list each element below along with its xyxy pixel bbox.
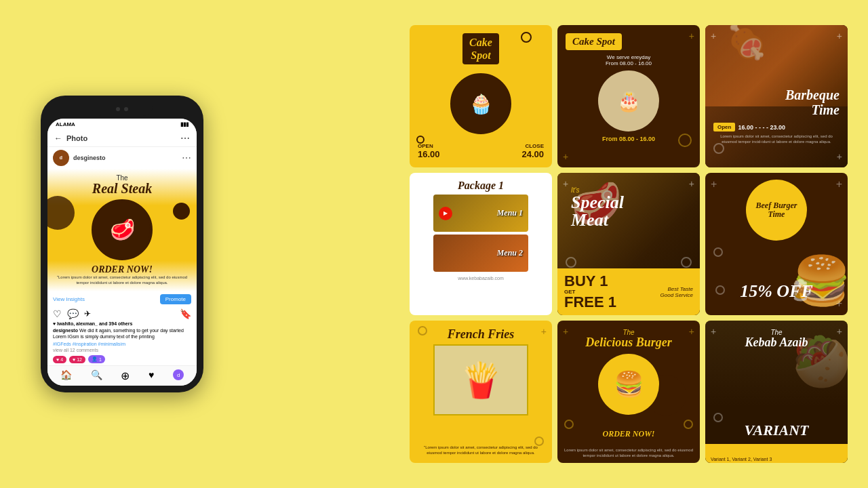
status-time: ALAMA <box>56 121 75 127</box>
likes-count: ♥ lwahito, alexman_ and 394 others <box>47 321 197 327</box>
phone-mockup: ALAMA ▮▮▮ ← Photo ⋯ d desginesto ⋯ <box>20 96 224 392</box>
circle-deco-sm <box>681 257 692 268</box>
username[interactable]: desginesto <box>73 155 106 161</box>
post-options-icon[interactable]: ⋯ <box>182 152 191 163</box>
bbq-title: Barbeque Time <box>713 87 840 117</box>
circle-deco-bbq <box>713 143 724 154</box>
back-arrow-icon[interactable]: ← <box>54 134 62 143</box>
plus-keb-tl: + <box>711 326 716 337</box>
instagram-templates-grid: Cake Spot 🧁 OPEN 16.00 CLOSE 24.00 + + C… <box>410 25 848 463</box>
plus-bb-tr: + <box>836 178 842 190</box>
like-icon[interactable]: ♡ <box>53 308 62 319</box>
menu-1-label: Menu 1 <box>497 208 523 218</box>
card-cake-spot-yellow[interactable]: Cake Spot 🧁 OPEN 16.00 CLOSE 24.00 <box>410 25 552 167</box>
circle-db <box>684 420 693 429</box>
share-icon[interactable]: ✈ <box>84 309 91 319</box>
post-lorem: "Lorem ipsum dolor sit amet, consectetur… <box>53 275 191 286</box>
promote-button[interactable]: Promote <box>160 294 191 304</box>
bottom-profile-icon[interactable]: d <box>173 369 184 380</box>
post-order-now: ORDER NOW! <box>53 264 191 275</box>
status-icons: ▮▮▮ <box>180 121 189 127</box>
bookmark-icon[interactable]: 🔖 <box>180 308 191 319</box>
bbq-open-row: Open 16.00 - - - - 23.00 <box>713 123 840 131</box>
circle-db2 <box>564 420 574 429</box>
cake-spot-line1: Cake <box>469 37 492 48</box>
card-cake-spot-brown[interactable]: + + Cake Spot We serve ereyday From 08.0… <box>557 25 700 167</box>
circle-ff <box>534 436 544 446</box>
bbq-content: Barbeque Time Open 16.00 - - - - 23.00 L… <box>713 33 840 145</box>
special-meat-title: Special Meat <box>571 194 686 229</box>
burger-emoji-db: 🍔 <box>614 370 644 399</box>
fries-emoji: 🍟 <box>460 361 502 400</box>
kebab-title: Kebab Azaib <box>713 336 840 350</box>
view-insights-link[interactable]: View Insights <box>53 296 85 302</box>
cake-spot-brown-image: 🎂 <box>598 70 659 131</box>
taste-service: Best Taste Good Service <box>660 286 693 298</box>
bbq-open-label: Open <box>713 123 735 131</box>
plus-bb-br: + <box>836 298 842 310</box>
plus-deco-br: + <box>837 151 842 162</box>
post-image: The Real Steak 🥩 ORDER NOW! "Lorem ipsum… <box>47 169 197 291</box>
delicious-burger-header: The Delicious Burger <box>585 329 672 348</box>
package-title: Package 1 <box>458 180 504 192</box>
bottom-add-icon[interactable]: ⊕ <box>121 369 130 382</box>
avatar[interactable]: d <box>53 150 69 166</box>
post-title-large: Real Steak <box>53 182 191 195</box>
buy1-row: BUY 1 GET FREE 1 Best Taste Good Service <box>564 274 693 310</box>
bottom-home-icon[interactable]: 🏠 <box>60 369 72 382</box>
close-label: CLOSE <box>521 143 544 149</box>
cake-emoji: 🎂 <box>617 90 641 113</box>
cake-spot-line2: Spot <box>471 49 490 61</box>
deco-dot-2 <box>416 136 425 144</box>
menu-item-2: Menu 2 <box>433 235 528 272</box>
card-package-1[interactable]: Package 1 ▶ Menu 1 Menu 2 www.kebabazaib… <box>410 173 552 315</box>
bottom-heart-icon[interactable]: ♥ <box>149 369 154 382</box>
kebab-yellow-content: Variant 1, Variant 2, Variant 3 <box>705 455 848 463</box>
reactions-row: ♥ 4 ♥ 12 👤 1 <box>47 353 197 365</box>
post-actions-row: View Insights Promote <box>47 291 197 307</box>
bottom-search-icon[interactable]: 🔍 <box>91 369 102 382</box>
plus-ff: + <box>541 326 547 337</box>
post-hashtags: #IGFeds #inspiration #minimalisim <box>47 341 197 347</box>
card-kebab-azaib[interactable]: 🥙 The Kebab Azaib Variant 1, Variant 2, … <box>705 321 848 463</box>
circle-deco <box>678 134 692 147</box>
reaction-user-1: 👤 1 <box>88 355 105 363</box>
cake-spot-brown-top: Cake Spot <box>566 33 692 50</box>
kebab-content: The Kebab Azaib <box>713 329 840 350</box>
bbq-lorem: Lorem ipsum dolor sit amet, consectetur … <box>713 134 840 145</box>
caption-username: designesto <box>53 328 78 333</box>
bbq-hours: 16.00 - - - - 23.00 <box>738 124 785 131</box>
french-fries-lorem: "Lorem ipsum dolor sit amet, consectetur… <box>416 445 545 456</box>
card-delicious-burger[interactable]: The Delicious Burger 🍔 ORDER NOW! Lorem … <box>557 321 700 463</box>
steak-emoji: 🥩 <box>110 218 135 241</box>
card-barbeque-time[interactable]: 🍖 Barbeque Time Open 16.00 - - - - 23.00… <box>705 25 848 167</box>
close-time: 24.00 <box>521 149 544 159</box>
phone-status-bar: ALAMA ▮▮▮ <box>47 119 197 130</box>
reaction-heart-4: ♥ 4 <box>53 356 66 363</box>
play-btn-1: ▶ <box>439 207 452 220</box>
plus-deco-bl: + <box>563 151 568 162</box>
more-options-icon[interactable]: ⋯ <box>180 133 190 144</box>
comment-icon[interactable]: 💬 <box>67 308 79 319</box>
menu-items: ▶ Menu 1 Menu 2 <box>433 195 528 272</box>
nav-title: Photo <box>66 134 87 142</box>
plus-db-tr: + <box>689 326 694 337</box>
view-comments[interactable]: view all 12 comments <box>47 347 197 353</box>
bbq-title-container: Barbeque Time <box>713 87 840 117</box>
beef-burger-title-text: Beef Burger Time <box>753 199 800 222</box>
card-french-fries[interactable]: French Fries 🍟 "Lorem ipsum dolor sit am… <box>410 321 552 463</box>
plus-deco-tr: + <box>689 30 694 41</box>
circle-bb2 <box>715 285 725 295</box>
plus-sm2: + <box>563 178 568 189</box>
french-fries-title: French Fries <box>416 327 545 342</box>
post-caption: designesto We did it again, something to… <box>47 327 197 342</box>
reaction-heart-12: ♥ 12 <box>69 356 85 363</box>
card-special-meat[interactable]: 🥩 It's Special Meat BUY 1 GET FREE 1 Bes… <box>557 173 700 315</box>
circle-deco-sm2 <box>566 257 576 268</box>
delicious-burger-image: 🍔 <box>598 354 659 415</box>
card-beef-burger[interactable]: 🍔 🍺 Beef Burger Time 15% OFF + + + <box>705 173 848 315</box>
delicious-burger-title: Delicious Burger <box>585 336 672 348</box>
special-meat-content: It's Special Meat <box>566 181 692 235</box>
menu-2-label: Menu 2 <box>497 248 523 258</box>
kebab-variant-sub: Variant 1, Variant 2, Variant 3 <box>711 457 772 462</box>
